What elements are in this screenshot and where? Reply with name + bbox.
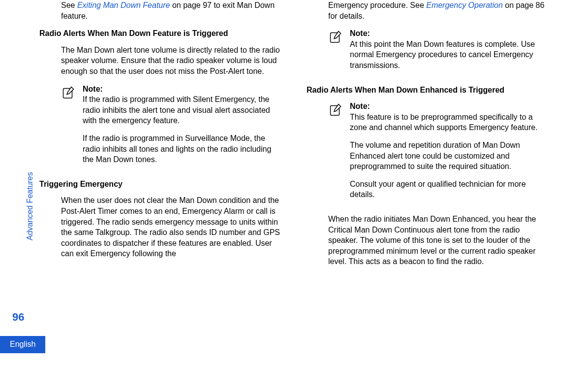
note1-paragraph2: If the radio is programmed in Surveillan… — [83, 133, 283, 165]
heading-triggering-emergency: Triggering Emergency — [39, 179, 283, 190]
link-emergency-operation[interactable]: Emergency Operation — [426, 1, 503, 9]
note-body: Note: This feature is to be preprogramme… — [350, 101, 550, 207]
note3-paragraph3: Consult your agent or qualified technici… — [350, 179, 550, 200]
note1-paragraph1: If the radio is programmed with Silent E… — [83, 94, 283, 126]
note-icon — [328, 102, 343, 117]
note-icon — [61, 85, 76, 100]
note-body: Note: If the radio is programmed with Si… — [83, 84, 283, 172]
section-label: Advanced Features — [25, 172, 35, 240]
heading-radio-alerts-enhanced: Radio Alerts When Man Down Enhanced is T… — [307, 85, 550, 96]
top-prefix: Emergency procedure. See — [328, 1, 426, 9]
note-title: Note: — [350, 28, 550, 39]
note-block-3: Note: This feature is to be preprogramme… — [328, 101, 550, 207]
section1-paragraph: The Man Down alert tone volume is direct… — [61, 45, 283, 77]
section3-paragraph: When the radio initiates Man Down Enhanc… — [328, 214, 550, 267]
note3-paragraph1: This feature is to be preprogrammed spec… — [350, 112, 550, 133]
note-block-2: Note: At this point the Man Down feature… — [328, 28, 550, 77]
language-tag: English — [0, 336, 45, 353]
content-columns: See Exiting Man Down Feature on page 97 … — [39, 0, 566, 335]
intro-paragraph: See Exiting Man Down Feature on page 97 … — [61, 0, 283, 21]
sidebar: Advanced Features 96 English — [0, 0, 34, 368]
top-continuation: Emergency procedure. See Emergency Opera… — [328, 0, 550, 21]
note3-paragraph2: The volume and repetition duration of Ma… — [350, 140, 550, 172]
note-title: Note: — [350, 101, 550, 112]
note-block-1: Note: If the radio is programmed with Si… — [61, 84, 283, 172]
heading-radio-alerts-man-down: Radio Alerts When Man Down Feature is Tr… — [39, 28, 283, 39]
intro-prefix: See — [61, 1, 77, 9]
section2-paragraph: When the user does not clear the Man Dow… — [61, 195, 283, 259]
note-icon — [328, 29, 343, 44]
note2-paragraph1: At this point the Man Down features is c… — [350, 39, 550, 71]
note-body: Note: At this point the Man Down feature… — [350, 28, 550, 77]
left-column: See Exiting Man Down Feature on page 97 … — [39, 0, 283, 335]
page-number: 96 — [12, 310, 24, 325]
right-column: Emergency procedure. See Emergency Opera… — [307, 0, 550, 335]
note-title: Note: — [83, 84, 283, 95]
link-exiting-man-down[interactable]: Exiting Man Down Feature — [77, 1, 170, 9]
